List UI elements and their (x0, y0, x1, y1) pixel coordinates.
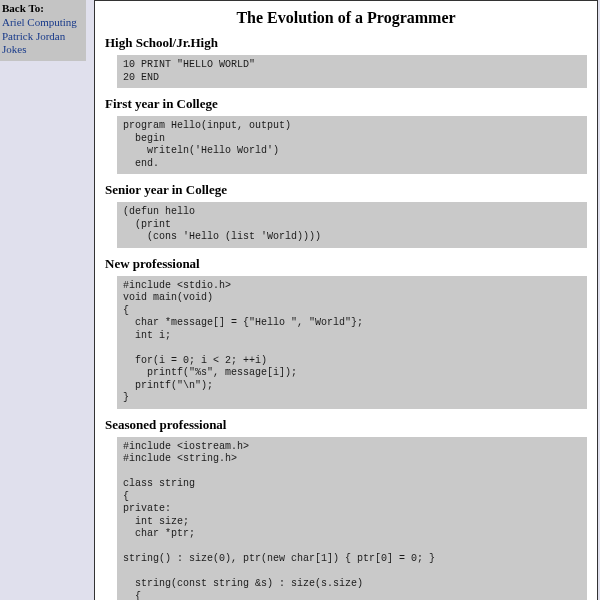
page-title: The Evolution of a Programmer (105, 9, 587, 27)
code-block: #include <stdio.h> void main(void) { cha… (117, 276, 587, 409)
sidebar-link-jokes[interactable]: Jokes (2, 43, 84, 57)
section-heading: Senior year in College (105, 182, 587, 198)
code-block: (defun hello (print (cons 'Hello (list '… (117, 202, 587, 248)
section-heading: New professional (105, 256, 587, 272)
code-block: 10 PRINT "HELLO WORLD" 20 END (117, 55, 587, 88)
section-heading: High School/Jr.High (105, 35, 587, 51)
section-heading: First year in College (105, 96, 587, 112)
code-block: program Hello(input, output) begin write… (117, 116, 587, 174)
sidebar-heading: Back To: (2, 2, 44, 14)
section-heading: Seasoned professional (105, 417, 587, 433)
sidebar-link-patrick-jordan[interactable]: Patrick Jordan (2, 30, 84, 44)
main-content: The Evolution of a Programmer High Schoo… (94, 0, 598, 600)
sidebar-link-ariel-computing[interactable]: Ariel Computing (2, 16, 84, 30)
sidebar: Back To: Ariel Computing Patrick Jordan … (0, 0, 86, 61)
code-block: #include <iostream.h> #include <string.h… (117, 437, 587, 601)
